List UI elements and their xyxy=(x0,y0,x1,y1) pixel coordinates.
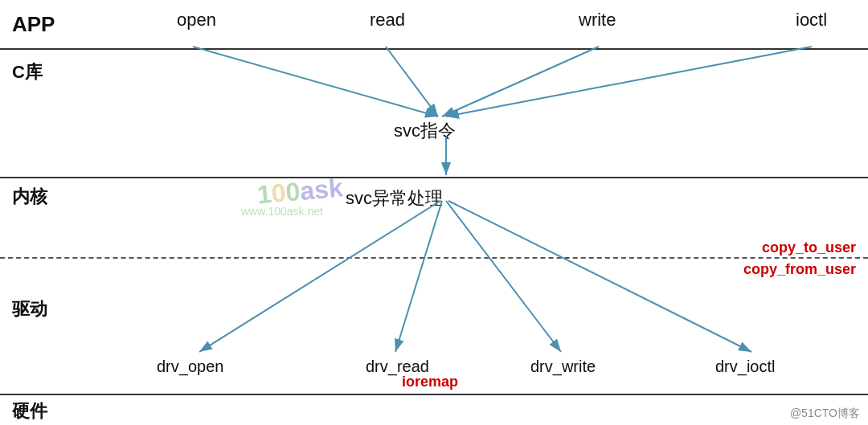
svg-line-4 xyxy=(442,47,599,116)
svg-line-2 xyxy=(193,47,438,116)
line-c-kernel xyxy=(0,177,868,178)
func-write: write xyxy=(579,10,616,31)
ioremap-label: ioremap xyxy=(402,374,458,390)
copy-funcs-label: copy_to_user copy_from_user xyxy=(743,237,856,280)
svg-line-9 xyxy=(446,201,561,352)
func-read: read xyxy=(370,10,405,31)
line-dashed xyxy=(0,257,868,259)
label-kernel: 内核 xyxy=(12,185,47,209)
svg-line-3 xyxy=(386,47,438,116)
drv-open-label: drv_open xyxy=(157,358,223,376)
line-driver-hw xyxy=(0,394,868,395)
label-driver: 驱动 xyxy=(12,297,47,321)
watermark: 100ask xyxy=(256,173,345,210)
svc-label: svc指令 xyxy=(394,119,456,143)
copy-to-user-label: copy_to_user xyxy=(743,237,856,259)
line-app-c xyxy=(0,48,868,50)
label-c: C库 xyxy=(12,60,43,84)
svg-line-8 xyxy=(395,201,442,352)
svg-line-10 xyxy=(448,201,751,352)
svc-exception-label: svc异常处理 xyxy=(346,186,443,210)
diagram-container: APP C库 内核 驱动 硬件 open read write ioctl sv… xyxy=(0,0,868,425)
watermark-url: www.100ask.net xyxy=(241,205,323,218)
func-ioctl: ioctl xyxy=(796,10,827,31)
copyright: @51CTO博客 xyxy=(790,407,860,421)
svg-line-5 xyxy=(446,47,812,116)
label-app: APP xyxy=(12,12,55,37)
func-open: open xyxy=(177,10,216,31)
copy-from-user-label: copy_from_user xyxy=(743,259,856,280)
drv-ioctl-label: drv_ioctl xyxy=(715,358,775,376)
drv-write-label: drv_write xyxy=(530,358,596,376)
svg-line-7 xyxy=(199,201,440,352)
label-hw: 硬件 xyxy=(12,399,47,423)
